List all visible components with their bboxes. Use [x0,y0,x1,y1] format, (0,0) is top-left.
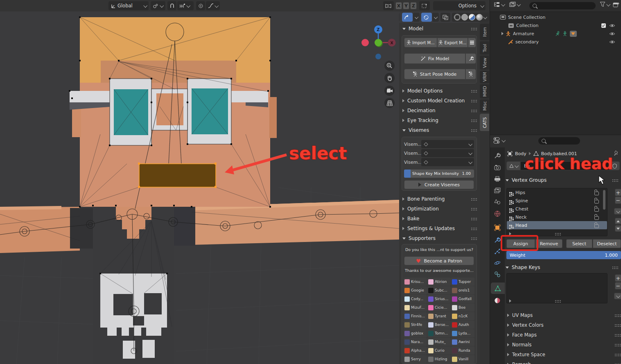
deselect-button[interactable]: Deselect [593,239,621,248]
outliner-row-armature[interactable]: Armature [501,29,619,38]
panel-header-shape-keys[interactable]: Shape Keys [504,262,621,272]
panel-grip-icon[interactable] [471,119,477,122]
sidebar-tab-vrm[interactable]: VRM [480,71,489,83]
supporter-chip[interactable]: n1cK [451,312,474,320]
outliner-row-collection[interactable]: Collection [508,21,619,29]
shading-wireframe-icon[interactable] [454,14,461,20]
panel-grip-icon[interactable] [614,344,621,346]
properties-tab-render[interactable] [494,165,501,172]
panel-grip-icon[interactable] [614,353,621,356]
supporter-chip[interactable]: Googie [404,286,427,294]
overlays-dropdown[interactable] [432,13,439,22]
sidebar-tab-view[interactable]: View [480,56,489,70]
list-scrollbar[interactable] [603,190,605,210]
vertex-group-remove-button[interactable]: − [615,197,621,204]
supporter-chip[interactable]: Tyrant [427,312,451,320]
create-visemes-button[interactable]: Create Visemes [404,180,474,189]
overlays-toggle[interactable] [421,13,432,22]
properties-tab-output[interactable] [494,176,501,183]
zoom-tool-button[interactable] [384,61,395,71]
panel-header-remesh[interactable]: Remesh [504,360,621,364]
panel-header-model-options[interactable]: Model Options [399,86,480,96]
gizmo-dropdown[interactable] [413,13,420,22]
sidebar-tab-tool[interactable]: Tool [480,41,489,54]
supporter-chip[interactable]: Curio [427,346,451,355]
gizmo-x-axis-front[interactable] [361,39,369,46]
supporter-chip[interactable]: Cody... [404,295,427,303]
vertex-group-move-up-button[interactable] [615,218,621,224]
supporter-chip[interactable]: Alpha... [404,346,427,355]
panel-grip-icon[interactable] [471,237,477,240]
panel-grip-icon[interactable] [612,179,618,182]
camera-view-button[interactable] [384,86,395,96]
panel-grip-icon[interactable] [471,227,477,230]
unlock-icon[interactable] [594,216,599,220]
properties-search-input[interactable] [538,137,580,145]
eye-icon[interactable] [609,40,615,44]
panel-header-eye-tracking[interactable]: Eye Tracking [399,115,480,125]
import-model-button[interactable]: Import M... [404,38,437,47]
properties-tab-world[interactable] [494,210,501,218]
panel-header-model[interactable]: Model [399,24,480,34]
viseme-shapekey-dropdown[interactable] [421,158,474,166]
supporter-chip[interactable]: Azuth [451,321,474,329]
export-model-button[interactable]: Export M... [437,38,468,47]
snap-toggle[interactable] [167,1,176,10]
panel-header-vertex-colors[interactable]: Vertex Colors [504,321,621,330]
supporter-chip[interactable]: Bee [451,303,474,312]
panel-grip-icon[interactable] [471,129,477,132]
supporter-chip[interactable]: Serry [404,355,427,363]
panel-grip-icon[interactable] [614,334,621,337]
supporter-chip[interactable]: Awrini [451,338,474,346]
shading-rendered-icon[interactable] [476,14,483,20]
panel-header-uv-maps[interactable]: UV Maps [504,311,621,320]
supporter-chip[interactable]: Lyda... [451,329,474,337]
mirror-toggle[interactable] [383,1,394,10]
supporter-chip[interactable]: MizuF... [404,303,427,312]
list-expand-icon[interactable] [509,299,511,303]
supporter-chip[interactable]: Atirion [427,278,451,286]
panel-grip-icon[interactable] [471,99,477,102]
supporter-chip[interactable]: Tupper [451,278,474,286]
supporter-chip[interactable]: Finnis... [404,312,427,320]
panel-header-texture-space[interactable]: Texture Space [504,350,621,359]
supporter-chip[interactable]: Subc... [427,286,451,294]
vertex-group-row[interactable]: Hips [507,188,607,197]
vertex-group-row[interactable]: Spine [507,197,607,205]
snap-points-toggle[interactable] [419,1,430,10]
gizmo-y-axis[interactable] [375,39,382,46]
properties-tab-view-layer[interactable] [494,188,501,194]
panel-grip-icon[interactable] [471,198,477,201]
supporter-chip[interactable]: Sirius... [427,295,451,303]
panel-header-bake[interactable]: Bake [399,214,480,224]
supporter-chip[interactable]: Krisu... [404,278,427,286]
shape-keys-list[interactable] [506,273,607,303]
outliner-editor-type-dropdown[interactable] [494,2,504,7]
supporter-chip[interactable]: goblox [404,329,427,337]
panel-header-bone-parenting[interactable]: Bone Parenting [399,194,480,204]
mirror-x-button[interactable]: X [395,2,402,9]
xray-toggle[interactable] [440,13,450,22]
select-button[interactable]: Select [566,239,592,248]
vertex-group-add-button[interactable]: + [615,189,621,196]
shape-key-specials-button[interactable] [614,293,621,299]
panel-grip-icon[interactable] [471,208,477,210]
panel-header-visemes[interactable]: Visemes [399,125,480,135]
supporter-chip[interactable]: Tomn... [427,329,451,337]
collection-checkbox[interactable] [601,23,606,28]
shape-key-remove-button[interactable]: − [615,282,621,289]
properties-tab-object[interactable] [494,224,501,232]
mirror-z-button[interactable]: Z [410,2,417,9]
panel-header-decimation[interactable]: Decimation [399,106,480,115]
supporter-chip[interactable]: Berse... [427,321,451,329]
list-grip-icon[interactable] [555,233,561,235]
supporter-chip[interactable]: Mute_ [427,338,451,346]
vertex-group-specials-button[interactable] [614,208,621,215]
shape-key-mix-intensity-slider[interactable]: Shape Key Mix Intensity 1.00 [404,170,474,178]
navigation-gizmo[interactable]: Z X [360,24,398,62]
properties-tab-constraints[interactable] [494,271,501,279]
supporter-chip[interactable]: Str4fe [404,321,427,329]
remove-button[interactable]: Remove [535,239,562,248]
panel-grip-icon[interactable] [614,324,621,327]
outliner-row-secondary[interactable]: secondary [508,38,619,46]
